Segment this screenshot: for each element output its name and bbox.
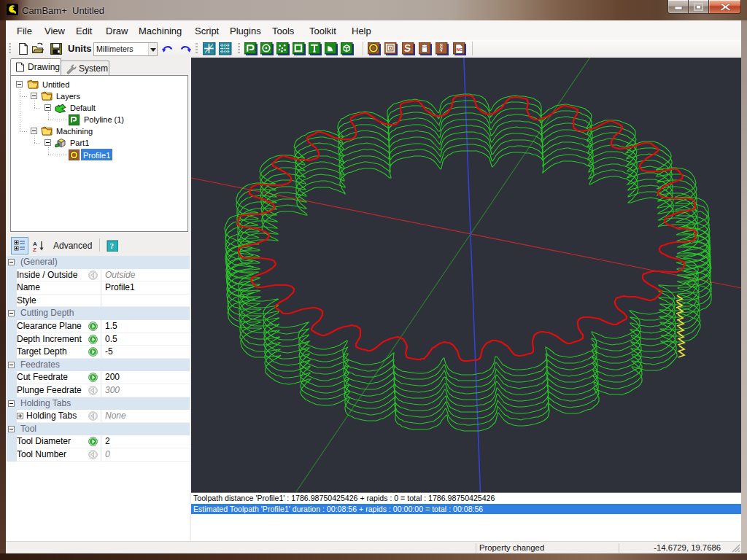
svg-text:NC: NC (456, 47, 462, 52)
svg-text:?: ? (110, 241, 115, 250)
svg-text:Z: Z (33, 246, 36, 252)
